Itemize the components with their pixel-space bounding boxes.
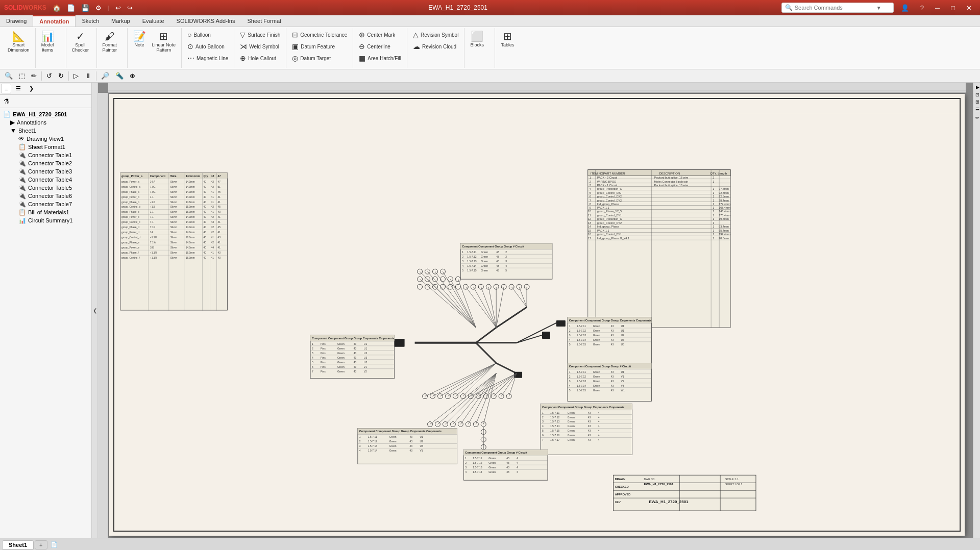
center-mark-button[interactable]: ⊕ Center Mark — [356, 29, 404, 40]
window-title: EWA_H1_2720_2501 — [135, 4, 781, 11]
rotate-left-button[interactable]: ↺ — [44, 70, 55, 81]
expand-all-tab[interactable]: ❯ — [26, 84, 37, 93]
tree-item-annotations[interactable]: ▶ Annotations — [2, 118, 89, 127]
right-sidebar-btn5[interactable]: ✏ — [974, 114, 980, 121]
pause-button[interactable]: ⏸ — [82, 70, 94, 81]
model-items-button[interactable]: 📊 ModelItems — [39, 29, 57, 55]
rotate-right-button[interactable]: ↻ — [56, 70, 66, 81]
flashlight-button[interactable]: 🔦 — [113, 70, 126, 81]
surface-finish-button[interactable]: ▽ Surface Finish — [237, 29, 283, 40]
tab-evaluate[interactable]: Evaluate — [136, 15, 170, 27]
auto-balloon-button[interactable]: ⊙ Auto Balloon — [185, 41, 231, 52]
right-sidebar-btn1[interactable]: ▶ — [974, 84, 980, 91]
sheet-tab-sheet1[interactable]: Sheet1 — [2, 540, 34, 549]
tree-root[interactable]: 📄 EWA_H1_2720_2501 — [2, 110, 89, 118]
svg-text:V1: V1 — [420, 449, 423, 452]
svg-text:51: 51 — [217, 185, 220, 188]
zoom-fit-button[interactable]: 🔎 — [99, 70, 112, 81]
svg-text:7.0G: 7.0G — [150, 190, 156, 193]
search-commands-box[interactable]: 🔍 ▼ — [781, 3, 894, 13]
format-painter-icon: 🖌 — [105, 31, 115, 41]
blocks-button[interactable]: ⬜ Blocks — [468, 29, 486, 49]
weld-symbol-button[interactable]: ⋊ Weld Symbol — [237, 41, 283, 52]
restore-button[interactable]: □ — [947, 3, 959, 13]
tree-item-bom1[interactable]: 📋 Bill of Materials1 — [2, 208, 89, 216]
zoom-in-button[interactable]: 🔍 — [2, 70, 15, 81]
svg-text:3: 3 — [462, 260, 463, 263]
tab-markup[interactable]: Markup — [105, 15, 136, 27]
options-button[interactable]: ⚙ — [93, 3, 104, 13]
svg-text:Component: Component — [150, 174, 166, 178]
minimize-button[interactable]: ─ — [931, 3, 944, 13]
datum-feature-button[interactable]: ▣ Datum Feature — [289, 41, 350, 52]
search-dropdown-icon[interactable]: ▼ — [876, 5, 881, 11]
play-button[interactable]: ▷ — [71, 70, 81, 81]
right-sidebar-btn3[interactable]: ⊞ — [974, 99, 980, 105]
add-view-button[interactable]: ⊕ — [127, 70, 138, 81]
add-sheet-button[interactable]: + — [35, 540, 47, 549]
filter-button[interactable]: ⚗ — [1, 96, 12, 107]
properties-tab[interactable]: ☰ — [12, 84, 24, 93]
area-hatch-fill-button[interactable]: ▦ Area Hatch/Fill — [356, 53, 404, 64]
datum-target-button[interactable]: ◎ Datum Target — [289, 53, 350, 64]
balloon-button[interactable]: ○ Balloon — [185, 29, 231, 40]
panel-collapse-button[interactable]: ❮ — [92, 83, 98, 538]
revision-cloud-button[interactable]: ☁ Revision Cloud — [410, 41, 461, 52]
smart-dimension-button[interactable]: 📐 SmartDimension — [5, 29, 32, 55]
svg-text:7: 7 — [312, 370, 313, 373]
svg-text:44: 44 — [211, 246, 214, 249]
tab-drawing[interactable]: Drawing — [0, 15, 33, 27]
close-button[interactable]: ✕ — [962, 3, 976, 13]
centerline-button[interactable]: ⊖ Centerline — [356, 41, 404, 52]
tree-item-connector-table7[interactable]: 🔌 Connector Table7 — [2, 200, 89, 208]
tables-button[interactable]: ⊞ Tables — [498, 29, 517, 49]
tree-item-connector-table3[interactable]: 🔌 Connector Table3 — [2, 167, 89, 176]
svg-text:1: 1 — [465, 457, 467, 460]
right-sidebar-btn4[interactable]: ☰ — [974, 106, 980, 113]
hole-callout-button[interactable]: ⊕ Hole Callout — [237, 53, 283, 64]
tree-item-connector-table6[interactable]: 🔌 Connector Table6 — [2, 192, 89, 200]
tree-item-connector-table2[interactable]: 🔌 Connector Table2 — [2, 159, 89, 167]
spell-checker-button[interactable]: ✓ SpellChecker — [69, 29, 92, 55]
user-button[interactable]: 👤 — [897, 3, 913, 13]
selection-button[interactable]: ⬚ — [16, 70, 28, 81]
tree-item-sheet-format1[interactable]: 📋 Sheet Format1 — [2, 143, 89, 151]
svg-text:Green: Green — [337, 370, 345, 373]
geometric-tolerance-button[interactable]: ⊡ Geometric Tolerance — [289, 29, 350, 40]
tab-sheet-format[interactable]: Sheet Format — [241, 15, 287, 27]
save-button[interactable]: 💾 — [79, 3, 91, 13]
tree-item-sheet1[interactable]: ▼ Sheet1 — [2, 127, 89, 135]
tree-item-drawing-view1[interactable]: 👁 Drawing View1 — [2, 135, 89, 143]
svg-text:1: 1 — [569, 370, 571, 373]
svg-text:U1: U1 — [621, 370, 625, 373]
redo-button[interactable]: ↪ — [125, 3, 135, 13]
home-button[interactable]: 🏠 — [51, 3, 63, 13]
right-sidebar-btn2[interactable]: ⊡ — [974, 92, 980, 98]
magnetic-line-button[interactable]: ⋯ Magnetic Line — [185, 53, 231, 64]
tree-item-connector-table4[interactable]: 🔌 Connector Table4 — [2, 176, 89, 184]
tree-item-connector-table5[interactable]: 🔌 Connector Table5 — [2, 184, 89, 192]
tab-sketch[interactable]: Sketch — [76, 15, 105, 27]
revision-symbol-button[interactable]: △ Revision Symbol — [410, 29, 461, 40]
svg-text:group_Power_b: group_Power_b — [121, 195, 139, 198]
new-button[interactable]: 📄 — [65, 3, 77, 13]
sketch-button[interactable]: ✏ — [29, 70, 39, 81]
svg-text:Pins: Pins — [321, 361, 326, 364]
note-button[interactable]: 📝 Note — [131, 29, 149, 49]
undo-button[interactable]: ↩ — [113, 3, 123, 13]
tab-solidworks-addins[interactable]: SOLIDWORKS Add-Ins — [170, 15, 241, 27]
tab-annotation[interactable]: Annotation — [33, 15, 76, 27]
svg-text:+1.1%: +1.1% — [150, 236, 158, 239]
feature-tree-tab[interactable]: ≡ — [1, 84, 11, 93]
svg-text:1.5-7.14: 1.5-7.14 — [368, 449, 377, 452]
help-button[interactable]: ? — [916, 3, 928, 13]
search-input[interactable] — [795, 5, 876, 11]
quick-access-toolbar: 🏠 📄 💾 ⚙ | ↩ ↪ — [51, 3, 135, 13]
format-painter-button[interactable]: 🖌 FormatPainter — [100, 29, 120, 55]
svg-text:group_Control_DY2: group_Control_DY2 — [597, 199, 622, 202]
linear-note-pattern-button[interactable]: ⊞ Linear NotePattern — [150, 29, 179, 55]
tree-item-connector-table1[interactable]: 🔌 Connector Table1 — [2, 151, 89, 159]
svg-text:43: 43 — [588, 438, 591, 441]
svg-text:14.0mm: 14.0mm — [186, 226, 195, 229]
tree-item-circuit-summary1[interactable]: 📊 Circuit Summary1 — [2, 216, 89, 224]
